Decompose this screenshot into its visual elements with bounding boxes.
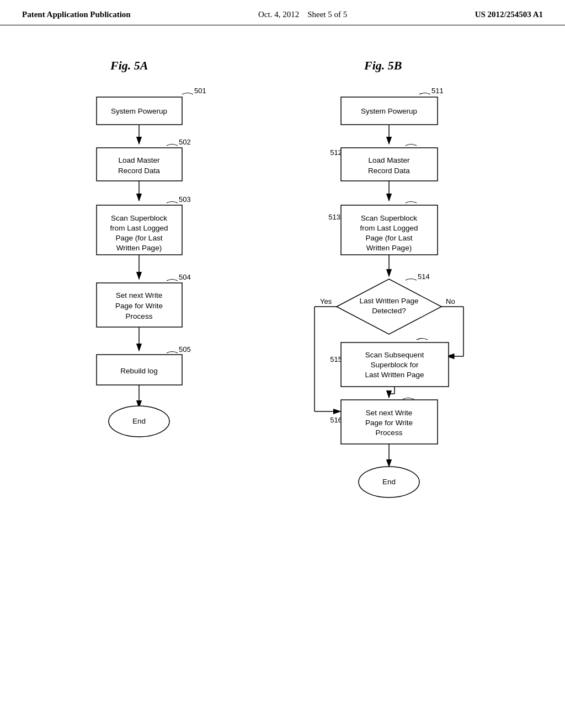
label-504c: Process — [126, 312, 153, 320]
label-514a: Last Written Page — [359, 297, 418, 305]
ref-tilde-501 — [182, 93, 193, 95]
ref-tilde-504 — [167, 280, 178, 281]
patent-number: US 2012/254503 A1 — [475, 10, 543, 19]
label-502b: Record Data — [118, 167, 160, 175]
ref-num-505: 505 — [179, 345, 191, 354]
label-end-5b: End — [382, 478, 396, 486]
label-503a: Scan Superblock — [111, 214, 167, 222]
ref-num-503: 503 — [179, 195, 191, 204]
publication-date: Oct. 4, 2012 — [258, 10, 299, 19]
label-502a: Load Master — [118, 156, 160, 164]
ref-tilde-512 — [406, 144, 417, 146]
ref-num-501: 501 — [194, 87, 206, 95]
sheet-info: Sheet 5 of 5 — [307, 10, 347, 19]
ref-tilde-502 — [167, 144, 178, 146]
diagram-area: Fig. 5A Fig. 5B 501 System Powerup 502 L… — [0, 25, 565, 720]
ref-num-516: 516 — [330, 416, 342, 424]
label-512a: Load Master — [368, 156, 410, 164]
ref-num-513: 513 — [328, 213, 340, 221]
label-514b: Detected? — [372, 307, 406, 315]
label-516b: Page for Write — [365, 419, 413, 427]
ref-num-515: 515 — [330, 355, 342, 363]
label-503b: from Last Logged — [110, 224, 168, 232]
label-511: System Powerup — [361, 107, 417, 115]
ref-tilde-515 — [417, 339, 428, 340]
fig5a-title: Fig. 5A — [110, 58, 148, 72]
label-501: System Powerup — [111, 107, 167, 115]
ref-tilde-511 — [419, 93, 430, 95]
label-end-5a: End — [132, 417, 146, 425]
label-503d: Written Page) — [116, 244, 162, 252]
label-504a: Set next Write — [116, 291, 163, 299]
date-sheet: Oct. 4, 2012 Sheet 5 of 5 — [258, 10, 347, 19]
label-513d: Written Page) — [366, 244, 412, 252]
ref-tilde-503 — [167, 202, 178, 204]
label-515a: Scan Subsequent — [365, 351, 424, 359]
label-516c: Process — [376, 429, 403, 437]
box-502 — [97, 148, 182, 181]
ref-tilde-516 — [403, 398, 414, 400]
label-512b: Record Data — [368, 167, 410, 175]
label-515b: Superblock for — [370, 361, 419, 369]
label-516a: Set next Write — [366, 409, 413, 417]
label-513c: Page (for Last — [366, 234, 413, 242]
label-513b: from Last Logged — [360, 224, 418, 232]
label-505: Rebuild log — [120, 367, 158, 375]
ref-tilde-514 — [406, 279, 417, 281]
label-515c: Last Written Page — [365, 371, 424, 379]
label-513a: Scan Superblock — [361, 214, 417, 222]
ref-num-502: 502 — [179, 138, 191, 146]
label-503c: Page (for Last — [116, 234, 163, 242]
ref-num-511: 511 — [431, 87, 444, 95]
page-header: Patent Application Publication Oct. 4, 2… — [0, 0, 565, 25]
ref-num-514: 514 — [418, 272, 430, 281]
ref-num-504: 504 — [179, 273, 191, 281]
yes-label: Yes — [320, 297, 332, 306]
ref-num-512: 512 — [330, 148, 342, 157]
ref-tilde-505 — [167, 352, 178, 354]
label-504b: Page for Write — [115, 302, 163, 310]
fig5b-title: Fig. 5B — [364, 58, 402, 72]
box-512 — [341, 148, 438, 181]
publication-title: Patent Application Publication — [22, 10, 131, 19]
no-label: No — [446, 297, 455, 306]
ref-tilde-513 — [406, 202, 417, 204]
